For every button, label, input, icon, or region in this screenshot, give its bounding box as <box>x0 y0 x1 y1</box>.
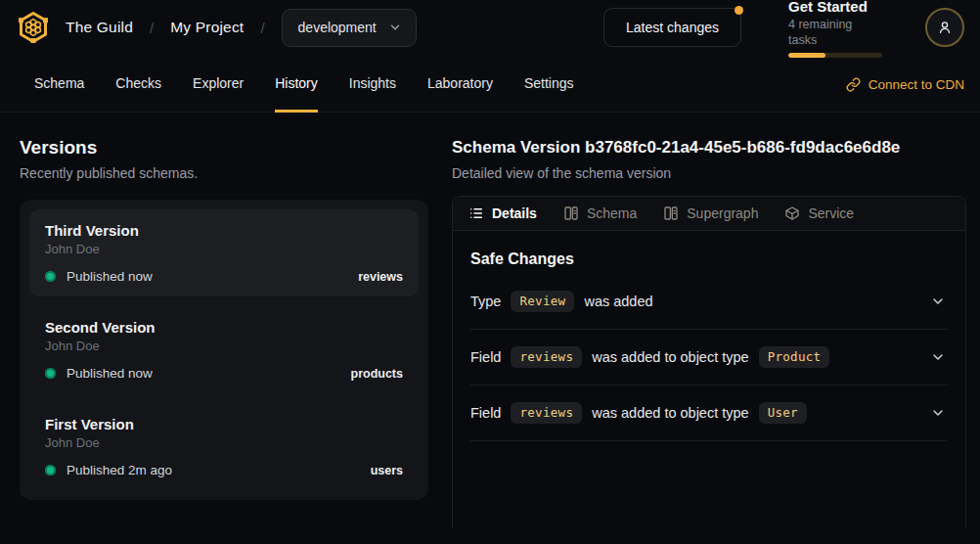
published-label: Published now <box>67 366 153 381</box>
service-name: reviews <box>358 270 403 284</box>
get-started-progress-fill <box>788 53 825 58</box>
service-name: products <box>351 367 403 381</box>
latest-changes-button[interactable]: Latest changes <box>603 8 741 47</box>
latest-changes-label: Latest changes <box>626 20 719 35</box>
get-started-subtitle: 4 remaining tasks <box>788 17 882 48</box>
target-selector[interactable]: development <box>282 9 417 47</box>
version-list-item[interactable]: First Version John Doe Published 2m ago … <box>29 403 419 490</box>
details-tab-bar: Details Schema Supergraph <box>453 197 965 231</box>
version-name: Third Version <box>45 221 403 240</box>
panels-icon <box>563 205 579 221</box>
nav-tab-insights[interactable]: Insights <box>349 55 396 113</box>
change-row[interactable]: Field reviews was added to object type U… <box>470 385 948 441</box>
change-text: Field <box>470 349 501 365</box>
change-badge: User <box>759 402 807 424</box>
nav-tab-history[interactable]: History <box>275 55 318 113</box>
link-icon <box>846 77 861 92</box>
target-selector-value: development <box>298 20 377 35</box>
tab-label: Supergraph <box>687 205 758 221</box>
tab-service[interactable]: Service <box>784 205 854 221</box>
user-icon <box>936 19 954 36</box>
version-name: First Version <box>45 415 403 433</box>
schema-version-subtitle: Detailed view of the schema version <box>452 164 966 182</box>
schema-version-panel: Details Schema Supergraph <box>452 196 966 528</box>
connect-to-cdn-label: Connect to CDN <box>869 77 964 92</box>
service-name: users <box>371 464 403 477</box>
get-started-widget[interactable]: Get Started 4 remaining tasks <box>788 0 882 58</box>
notification-dot <box>735 6 743 15</box>
nav-tab-schema[interactable]: Schema <box>34 55 84 113</box>
version-name: Second Version <box>45 318 403 337</box>
breadcrumb-project[interactable]: My Project <box>170 19 244 36</box>
chevron-down-icon <box>388 21 402 34</box>
versions-subtitle: Recently published schemas. <box>20 164 428 182</box>
tab-details[interactable]: Details <box>468 205 537 221</box>
panels-icon <box>663 205 679 221</box>
versions-title: Versions <box>20 136 428 159</box>
safe-changes-title: Safe Changes <box>470 250 948 268</box>
published-label: Published now <box>67 269 153 284</box>
change-text: Type <box>470 294 501 309</box>
breadcrumb-separator: / <box>260 20 264 36</box>
tab-label: Schema <box>587 205 637 221</box>
chevron-down-icon[interactable] <box>930 349 946 365</box>
version-author: John Doe <box>45 242 403 257</box>
schema-version-title: Schema Version b3768fc0-21a4-45e5-b686-f… <box>452 136 966 159</box>
nav-tab-laboratory[interactable]: Laboratory <box>427 55 493 113</box>
schema-version-column: Schema Version b3768fc0-21a4-45e5-b686-f… <box>452 136 966 528</box>
version-list-item[interactable]: Third Version John Doe Published now rev… <box>29 209 419 296</box>
change-text: Field <box>470 405 501 421</box>
chevron-down-icon[interactable] <box>930 294 946 309</box>
tab-label: Service <box>808 205 854 221</box>
main-content: Versions Recently published schemas. Thi… <box>0 113 980 528</box>
details-body: Safe Changes Type Review was added Field… <box>453 231 965 441</box>
tab-schema[interactable]: Schema <box>563 205 637 221</box>
connect-to-cdn-link[interactable]: Connect to CDN <box>846 55 964 112</box>
change-text: was added to object type <box>592 349 748 365</box>
published-status-dot <box>45 465 56 476</box>
published-label: Published 2m ago <box>67 463 172 477</box>
get-started-title: Get Started <box>788 0 882 16</box>
versions-column: Versions Recently published schemas. Thi… <box>20 136 428 528</box>
change-badge: reviews <box>511 346 582 368</box>
chevron-down-icon[interactable] <box>930 405 946 421</box>
list-icon <box>468 205 484 221</box>
change-badge: Review <box>511 291 574 312</box>
published-status-dot <box>45 271 56 282</box>
cube-icon <box>784 205 800 221</box>
version-author: John Doe <box>45 339 403 354</box>
version-author: John Doe <box>45 435 403 451</box>
main-nav: Schema Checks Explorer History Insights … <box>0 55 980 113</box>
breadcrumb: The Guild / My Project / development <box>66 9 417 47</box>
breadcrumb-separator: / <box>150 20 154 36</box>
change-text: was added to object type <box>592 405 748 421</box>
guild-logo-icon[interactable] <box>16 10 51 45</box>
nav-tab-settings[interactable]: Settings <box>524 55 574 113</box>
tab-supergraph[interactable]: Supergraph <box>663 205 758 221</box>
published-status-dot <box>45 368 56 379</box>
app-header: The Guild / My Project / development Lat… <box>0 0 980 55</box>
versions-list: Third Version John Doe Published now rev… <box>20 200 428 500</box>
nav-tab-checks[interactable]: Checks <box>115 55 161 113</box>
change-text: was added <box>584 294 652 309</box>
nav-tab-explorer[interactable]: Explorer <box>193 55 244 113</box>
change-row[interactable]: Field reviews was added to object type P… <box>470 330 948 385</box>
change-badge: reviews <box>511 402 582 424</box>
version-list-item[interactable]: Second Version John Doe Published now pr… <box>29 306 419 393</box>
user-avatar[interactable] <box>925 8 964 47</box>
breadcrumb-org[interactable]: The Guild <box>66 19 133 36</box>
change-row[interactable]: Type Review was added <box>470 274 948 330</box>
tab-label: Details <box>492 205 537 221</box>
change-badge: Product <box>759 346 830 368</box>
